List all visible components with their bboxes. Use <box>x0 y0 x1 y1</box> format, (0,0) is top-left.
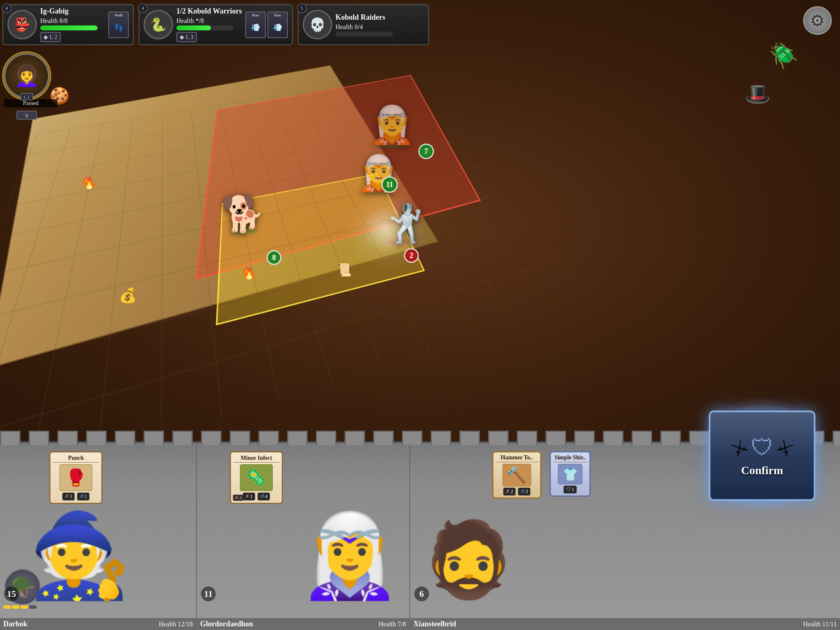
minor-infect-title: Minor Infect <box>233 455 279 463</box>
minor-infect-card-area[interactable]: Minor Infect 🦠 ✗1 ↺4 ✕ 4 <box>230 451 283 504</box>
level-warriors: ◆ L 3 <box>176 32 197 42</box>
hammer-card-area[interactable]: Hammer To.. 🔨 ✗2 ↺3 <box>492 451 541 499</box>
confirm-button[interactable]: ⚔ 🛡 ⚔ Confirm <box>701 404 824 507</box>
minor-infect-card[interactable]: Minor Infect 🦠 ✗1 ↺4 ✕ 4 <box>230 451 283 504</box>
health-container-ig-gabig: Health 8/8 <box>40 17 105 30</box>
kobold-piece-1[interactable]: 🧝 <box>369 107 415 148</box>
darbok-bottom-bar: Darbok Health 12/18 <box>0 618 196 630</box>
shirt-card-area[interactable]: Simple Shir.. 👕 🛡1 <box>550 451 591 497</box>
game-board: 🔥 🔥 🍪 💀 🪲 🎩 💰 📜 🧝 🧝 🐕 🤺 11 7 8 2 <box>0 0 840 451</box>
enemy-card-kobold-raiders: 5 💀 Kobold Raiders Health 0/4 <box>298 4 429 45</box>
hammer-title: Hammer To.. <box>495 454 538 462</box>
enemy-name-warriors: 1/2 Kobold Warriors <box>176 7 242 16</box>
scroll-item: 📜 <box>336 262 352 277</box>
xian-bottom-bar: Xiansteelbrid Health 11/11 <box>410 618 840 630</box>
health-text-raiders: Health 0/4 <box>336 23 424 31</box>
passed-portrait: 👩‍🦱 <box>4 53 49 98</box>
char-slot-darbok: 🪖 🧙 Punch 🥊 ✗1 <box>0 443 197 630</box>
punch-card-stats: ✗1 ↺1 <box>62 493 89 500</box>
confirm-icon-area: ⚔ 🛡 ⚔ <box>731 435 793 461</box>
darbok-figure: 🧙 <box>29 515 131 597</box>
enemy-info-ig-gabig: Ig-Gabig Health 8/8 ◆ L 2 <box>40 7 105 42</box>
level-icon: ◆ <box>43 34 48 41</box>
enemy-num-raiders: 5 <box>297 3 307 13</box>
attack-x-icon: ✗ <box>65 493 69 500</box>
punch-attack-stat: ✗1 <box>62 493 75 500</box>
enemy-card-kobold-warriors: 4 🐍 1/2 Kobold Warriors Health */8 ◆ L 3… <box>139 4 293 45</box>
darbok-health: Health 12/18 <box>159 621 193 628</box>
xian-figure: 🧔 <box>422 523 515 597</box>
glord-bottom-bar: Glordordaedhon Health 7/8 <box>197 618 409 630</box>
health-fill-ig-gabig <box>40 25 98 30</box>
enemy-avatar-raiders: 💀 <box>303 10 332 39</box>
shirt-title: Simple Shir.. <box>553 454 587 462</box>
shield-center-icon: 🛡 <box>751 435 774 461</box>
enemy-actions-warriors: Run 💨 Run 💨 <box>245 11 288 38</box>
hat-item: 🎩 <box>745 82 770 106</box>
enemy-info-warriors: 1/2 Kobold Warriors Health */8 ◆ L 3 <box>176 7 242 42</box>
health-container-warriors: Health */8 <box>176 17 242 30</box>
enemy-name-raiders: Kobold Raiders <box>336 13 424 22</box>
enemy-name-ig-gabig: Ig-Gabig <box>40 7 105 16</box>
wolf-piece[interactable]: 🐕 <box>221 197 265 235</box>
punch-card[interactable]: Punch 🥊 ✗1 ↺1 <box>49 451 103 504</box>
punch-refresh-stat: ↺1 <box>77 493 89 500</box>
treasure-item: 💰 <box>119 287 137 304</box>
hp-badge-7: 7 <box>418 144 434 159</box>
settings-button[interactable]: ⚙ <box>803 6 832 35</box>
passed-initiative: L 2 <box>21 93 33 100</box>
health-text-ig-gabig: Health 8/8 <box>40 17 105 25</box>
punch-card-title: Punch <box>53 455 99 463</box>
sword-left-icon: ⚔ <box>727 434 752 461</box>
glord-figure: 🧝‍♀️ <box>299 515 401 597</box>
infect-attack-stat: ✗1 <box>243 493 255 500</box>
enemy-avatar-warriors: 🐍 <box>144 10 173 39</box>
enemy-info-raiders: Kobold Raiders Health 0/4 <box>336 13 424 37</box>
hp-badge-2: 2 <box>404 248 419 263</box>
health-text-warriors: Health */8 <box>176 17 242 25</box>
darbok-num: 15 <box>4 587 19 601</box>
minor-infect-stats: ✗1 ↺4 <box>243 493 270 500</box>
action-run-1: Run 💨 <box>245 11 266 38</box>
confirm-shield-bg: ⚔ 🛡 ⚔ Confirm <box>709 411 815 501</box>
torch-left: 🔥 <box>82 176 90 189</box>
health-bar-ig-gabig <box>40 25 98 30</box>
simple-shirt-card[interactable]: Simple Shir.. 👕 🛡1 <box>550 451 591 497</box>
hp-pip <box>12 605 19 609</box>
gear-icon: ⚙ <box>810 11 825 30</box>
shirt-armor-stat: 🛡1 <box>564 486 577 493</box>
enemy-actions-ig-gabig: Walk 👣 <box>108 11 129 38</box>
dark-figure: 🤺 <box>377 205 423 242</box>
hp-pip <box>29 605 37 609</box>
hp-badge-8: 8 <box>267 250 281 265</box>
dark-armor-piece[interactable]: 🤺 <box>377 205 423 246</box>
char-down-btn[interactable]: ∨ <box>4 111 49 120</box>
level-ig-gabig: ◆ L 2 <box>40 32 61 42</box>
hp-pip <box>21 605 28 609</box>
wolf-figure: 🐕 <box>221 197 265 232</box>
health-bar-warriors <box>176 25 234 30</box>
punch-card-area[interactable]: Punch 🥊 ✗1 ↺1 <box>49 451 103 504</box>
poison-x-icon: ✕ <box>235 495 238 500</box>
minor-infect-image: 🦠 <box>240 464 273 491</box>
torch-bottom: 🔥 <box>242 267 250 279</box>
glord-name: Glordordaedhon <box>200 620 253 628</box>
hammer-stats: ✗2 ↺3 <box>503 488 530 495</box>
glord-num: 11 <box>201 587 216 601</box>
passed-character: 👩‍🦱 L 2 Passed ∨ <box>4 53 57 120</box>
hammer-attack-stat: ✗2 <box>503 488 516 495</box>
sword-right-icon: ⚔ <box>772 434 797 461</box>
action-walk: Walk 👣 <box>108 11 129 38</box>
darbok-hp-pips <box>3 605 37 609</box>
kobold1-figure: 🧝 <box>369 107 415 144</box>
health-container-raiders: Health 0/4 <box>336 23 424 37</box>
glord-health: Health 7/8 <box>379 621 406 628</box>
confirm-outer-glow: ⚔ 🛡 ⚔ Confirm <box>701 404 824 507</box>
chevron-down-icon[interactable]: ∨ <box>16 111 37 120</box>
poison-x-badge: ✕ 4 <box>233 495 243 501</box>
passed-avatar-emoji: 👩‍🦱 <box>14 64 39 88</box>
enemy-num-ig-gabig: 4 <box>2 3 11 13</box>
hammer-toss-card[interactable]: Hammer To.. 🔨 ✗2 ↺3 <box>492 451 541 499</box>
enemy-num-warriors: 4 <box>138 3 148 13</box>
health-bar-raiders <box>336 32 393 37</box>
